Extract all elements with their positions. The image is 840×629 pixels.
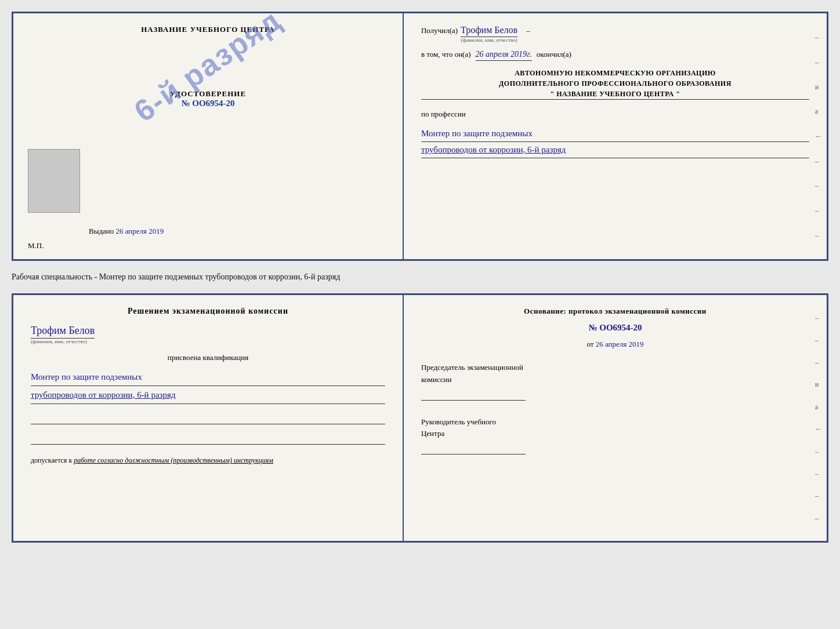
bottom-recipient-name: Трофим Белов: [31, 325, 95, 339]
top-left-panel: НАЗВАНИЕ УЧЕБНОГО ЦЕНТРА 6-й разряд УДОС…: [13, 13, 404, 259]
udost-num: № OO6954-20: [170, 99, 246, 108]
middle-text: Рабочая специальность - Монтер по защите…: [12, 268, 828, 286]
rukovoditel-sign-line: [421, 443, 526, 455]
org-name: " НАЗВАНИЕ УЧЕБНОГО ЦЕНТРА ": [421, 89, 809, 100]
predsedatel-line2: комиссии: [421, 374, 809, 386]
rukovoditel-line2: Центра: [421, 428, 809, 440]
bottom-fio-sublabel: (фамилия, имя, отчество): [31, 339, 87, 344]
prisvoena-text: присвоена квалификация: [31, 353, 385, 362]
recipient-name-top: Трофим Белов: [461, 25, 517, 37]
vtom-label: в том, что он(а): [421, 50, 471, 59]
top-document: НАЗВАНИЕ УЧЕБНОГО ЦЕНТРА 6-й разряд УДОС…: [12, 12, 828, 261]
side-dashes: – – и а ← – – – –: [815, 13, 822, 259]
bottom-right-panel: – – – и а ← – – – – Основание: протокол …: [404, 295, 827, 541]
osnovanie-title: Основание: протокол экзаменационной коми…: [421, 307, 809, 316]
profession-line1: Монтер по защите подземных: [421, 126, 809, 142]
org-line1: АВТОНОМНУЮ НЕКОММЕРЧЕСКУЮ ОРГАНИЗАЦИЮ: [421, 68, 809, 78]
vydano-line: Выдано 26 апреля 2019: [89, 227, 164, 236]
predsedatel-line1: Председатель экзаменационной: [421, 362, 809, 374]
diagonal-stamp: 6-й разряд: [128, 2, 288, 129]
bottom-name-block: Трофим Белов (фамилия, имя, отчество): [31, 325, 385, 344]
profession-block: Монтер по защите подземных трубопроводов…: [421, 126, 809, 158]
rukovoditel-block: Руководитель учебного Центра: [421, 416, 809, 455]
dopuskaetsya-line: допускается к работе согласно должностны…: [31, 456, 385, 465]
bottom-document: Решением экзаменационной комиссии Трофим…: [12, 293, 828, 543]
org-line2: ДОПОЛНИТЕЛЬНОГО ПРОФЕССИОНАЛЬНОГО ОБРАЗО…: [421, 78, 809, 89]
qualification-block: Монтер по защите подземных трубопроводов…: [31, 368, 385, 404]
predsedatel-sign-line: [421, 389, 526, 401]
profession-line2: трубопроводов от коррозии, 6-й разряд: [421, 142, 809, 158]
top-left-title: НАЗВАНИЕ УЧЕБНОГО ЦЕНТРА: [141, 25, 275, 34]
bottom-left-panel: Решением экзаменационной комиссии Трофим…: [13, 295, 404, 541]
a-label2: а: [815, 403, 822, 410]
resheniem-title: Решением экзаменационной комиссии: [31, 307, 385, 316]
org-text: АВТОНОМНУЮ НЕКОММЕРЧЕСКУЮ ОРГАНИЗАЦИЮ ДО…: [421, 68, 809, 100]
poluchil-label: Получил(а): [421, 26, 458, 35]
bottom-side-dashes: – – – и а ← – – – –: [815, 295, 822, 541]
a-label: а: [815, 108, 822, 115]
i-label: и: [815, 83, 822, 90]
okonchill-label: окончил(а): [537, 50, 571, 59]
blank-line-1: [31, 413, 385, 424]
photo-placeholder: [28, 149, 80, 213]
mp-label: М.П.: [28, 241, 44, 250]
ot-date-block: от 26 апреля 2019: [421, 340, 809, 349]
fio-sublabel-top: (фамилия, имя, отчество): [461, 37, 517, 43]
poluchil-line: Получил(а) Трофим Белов (фамилия, имя, о…: [421, 25, 809, 43]
udostoverenie-label: УДОСТОВЕРЕНИЕ: [170, 89, 246, 99]
protocol-num: № OO6954-20: [421, 323, 809, 333]
qual-line1: Монтер по защите подземных: [31, 368, 385, 386]
completed-date: 26 апреля 2019г.: [476, 50, 532, 61]
ot-label: от: [586, 340, 593, 348]
qual-line2: трубопроводов от коррозии, 6-й разряд: [31, 386, 385, 404]
dopuskaetsya-text: работе согласно должностным (производств…: [74, 456, 273, 464]
page-wrapper: НАЗВАНИЕ УЧЕБНОГО ЦЕНТРА 6-й разряд УДОС…: [12, 12, 828, 543]
udostoverenie-block: УДОСТОВЕРЕНИЕ № OO6954-20: [170, 89, 246, 108]
top-right-panel: – – и а ← – – – – Получил(а) Трофим Бело…: [404, 13, 827, 259]
vydano-date: 26 апреля 2019: [116, 227, 164, 235]
ot-date: 26 апреля 2019: [596, 340, 644, 348]
blank-line-2: [31, 433, 385, 445]
dopuskaetsya-prefix: допускается к: [31, 456, 72, 464]
i-label2: и: [815, 381, 822, 388]
po-professii: по профессии: [421, 110, 809, 119]
dash1: –: [526, 26, 530, 35]
rukovoditel-line1: Руководитель учебного: [421, 416, 809, 428]
predsedatel-block: Председатель экзаменационной комиссии: [421, 362, 809, 401]
vtom-line: в том, что он(а) 26 апреля 2019г. окончи…: [421, 50, 809, 61]
